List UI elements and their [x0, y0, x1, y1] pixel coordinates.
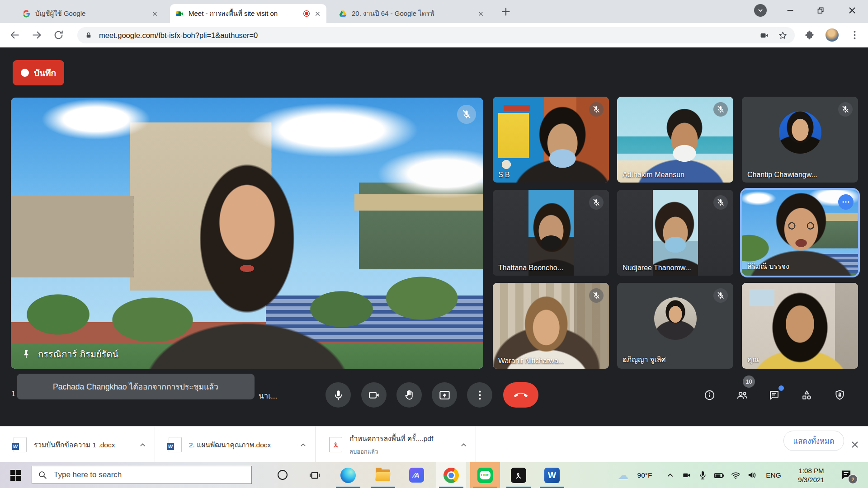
taskbar-word-button[interactable]: W — [537, 462, 567, 488]
recording-badge: บันทึก — [13, 60, 64, 85]
windows-logo-icon — [10, 470, 21, 481]
tray-overflow-button[interactable] — [664, 462, 676, 488]
action-center-button[interactable]: 2 — [840, 469, 855, 482]
language-indicator[interactable]: ENG — [763, 462, 784, 488]
taskbar-edge-button[interactable] — [333, 462, 363, 488]
word-file-icon: W — [169, 437, 182, 452]
weather-icon[interactable]: ☁ — [614, 462, 632, 488]
tab-google-drive[interactable]: 20. งานปี 64 - Google ไดรฟ์ — [333, 4, 490, 23]
camera-in-use-icon[interactable] — [760, 31, 769, 40]
back-button[interactable] — [9, 29, 20, 41]
taskbar-chrome-button[interactable] — [436, 462, 466, 488]
extensions-puzzle-icon[interactable] — [804, 29, 815, 41]
raise-hand-button[interactable] — [396, 382, 422, 408]
window-close-button[interactable] — [847, 5, 857, 15]
battery-icon — [713, 469, 725, 481]
taskbar-line-button[interactable]: LINE — [470, 462, 500, 488]
taskbar-acrobat-button[interactable] — [504, 462, 533, 488]
participant-tile[interactable]: Chantip Chawiangw... — [742, 97, 858, 183]
meeting-details-button[interactable] — [703, 389, 716, 401]
self-video-tile[interactable]: คุณ — [742, 283, 858, 369]
show-all-label: แสดงทั้งหมด — [793, 435, 835, 447]
participant-tile[interactable]: อภิญญา จูเลิศ — [617, 283, 733, 369]
cortana-icon[interactable] — [278, 470, 288, 480]
meet-logo-icon — [175, 9, 184, 18]
tab-close-icon[interactable] — [151, 10, 158, 17]
present-icon — [439, 389, 451, 401]
more-options-button[interactable] — [467, 382, 492, 408]
mic-button[interactable] — [326, 382, 351, 408]
pin-icon — [21, 349, 32, 360]
tab-google-account[interactable]: บัญชีผู้ใช้ Google — [17, 4, 164, 23]
address-bar[interactable]: meet.google.com/fbt-isfx-boh?pli=1&authu… — [77, 27, 795, 43]
url-text[interactable]: meet.google.com/fbt-isfx-boh?pli=1&authu… — [99, 31, 760, 40]
participant-tile[interactable]: S B — [493, 97, 609, 183]
participant-name: กรรณิการ์ ภิรมย์รัตน์ — [38, 347, 118, 361]
speaker-video — [11, 98, 483, 369]
lock-icon — [85, 31, 93, 39]
mic-muted-indicator — [589, 102, 604, 117]
chevron-up-icon[interactable] — [139, 441, 146, 449]
mic-off-icon — [462, 109, 472, 119]
taskbar-clock[interactable]: 1:08 PM 9/3/2021 — [788, 462, 835, 488]
tab-close-icon[interactable] — [477, 10, 484, 17]
participant-tile[interactable]: Thattana Booncho... — [493, 190, 609, 276]
download-item[interactable]: W 2. แผนพัฒนาคุณภาพ.docx — [155, 427, 316, 463]
tab-search-button[interactable] — [754, 4, 767, 17]
bookmark-star-icon[interactable] — [778, 31, 788, 40]
window-restore-button[interactable] — [816, 5, 826, 15]
tile-more-options-button[interactable] — [838, 194, 854, 210]
download-filename: กำหนดการลงพื้นที่ ครั้....pdf — [349, 433, 433, 444]
chrome-icon — [443, 468, 459, 483]
participants-button[interactable] — [736, 389, 748, 401]
present-screen-button[interactable] — [432, 382, 457, 408]
activities-button[interactable] — [801, 389, 813, 401]
search-input[interactable] — [53, 470, 246, 480]
participant-tile-speaking[interactable]: สิริมณี บรรจง — [742, 190, 858, 276]
new-tab-button[interactable] — [500, 6, 512, 18]
tray-camera-icon[interactable] — [680, 462, 693, 488]
tab-google-meet[interactable]: Meet - การลงพื้นที่ site visit on — [170, 4, 326, 23]
profile-avatar[interactable] — [826, 28, 839, 42]
forward-button[interactable] — [31, 29, 42, 41]
tray-wifi-icon[interactable] — [729, 462, 742, 488]
task-view-button[interactable] — [300, 462, 330, 488]
reload-button[interactable] — [53, 29, 64, 41]
mic-off-icon — [841, 105, 849, 113]
downloads-bar-close-icon[interactable] — [850, 440, 860, 450]
self-video — [742, 283, 858, 369]
main-video-tile[interactable]: กรรณิการ์ ภิรมย์รัตน์ — [11, 98, 483, 369]
participant-tile[interactable]: Waranit Nitichatwa... — [493, 283, 609, 369]
participant-name: Waranit Nitichatwa... — [498, 357, 564, 365]
pdf-file-icon — [329, 437, 342, 452]
window-minimize-button[interactable] — [785, 5, 795, 15]
mic-muted-indicator — [589, 195, 604, 210]
start-button[interactable] — [0, 462, 32, 488]
chat-button[interactable] — [768, 389, 780, 401]
taskbar-app-button[interactable]: ∕A — [401, 462, 431, 488]
show-all-downloads-button[interactable]: แสดงทั้งหมด — [783, 431, 844, 451]
weather-temperature[interactable]: 90°F — [632, 462, 657, 488]
taskbar-file-explorer-button[interactable] — [368, 462, 398, 488]
browser-menu-icon[interactable] — [849, 29, 860, 41]
tray-microphone-icon[interactable] — [696, 462, 709, 488]
chevron-up-icon[interactable] — [460, 441, 467, 449]
host-controls-button[interactable] — [834, 389, 846, 401]
end-call-button[interactable] — [503, 382, 538, 408]
taskbar-search-box[interactable] — [32, 466, 252, 484]
download-item[interactable]: กำหนดการลงพื้นที่ ครั้....pdf ลบออกแล้ว — [316, 427, 476, 463]
participant-tile[interactable]: Nudjaree Thanomw... — [617, 190, 733, 276]
wifi-icon — [731, 470, 741, 480]
download-text-block: กำหนดการลงพื้นที่ ครั้....pdf ลบออกแล้ว — [349, 433, 433, 456]
mic-muted-indicator — [457, 105, 476, 124]
tray-battery-icon[interactable] — [712, 462, 726, 488]
camera-button[interactable] — [361, 382, 387, 408]
acrobat-glyph — [514, 471, 523, 480]
download-item[interactable]: W รวมบันทึกข้อความ 1 .docx — [0, 427, 155, 463]
chevron-up-icon[interactable] — [299, 441, 307, 449]
participant-tile[interactable]: Ad.hakim Meansun — [617, 97, 733, 183]
participant-avatar — [779, 111, 821, 154]
tab-close-icon[interactable] — [314, 10, 321, 17]
tray-volume-icon[interactable] — [745, 462, 759, 488]
participant-left-toast: Pachada Changkhao ได้ออกจากการประชุมแล้ว — [17, 374, 255, 399]
